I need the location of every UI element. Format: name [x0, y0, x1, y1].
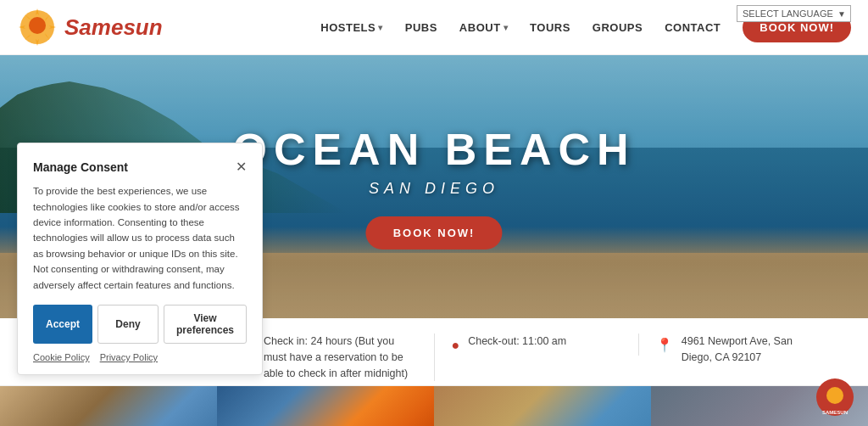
checkout-text: Check-out: 11:00 am — [468, 334, 566, 350]
cookie-deny-button[interactable]: Deny — [97, 305, 159, 344]
nav-pubs[interactable]: PUBS — [397, 16, 446, 39]
svg-text:SAMESUN: SAMESUN — [822, 410, 848, 415]
cookie-close-button[interactable]: ✕ — [236, 159, 247, 175]
nav-groups[interactable]: GROUPS — [584, 16, 651, 39]
cookie-links: Cookie Policy Privacy Policy — [33, 352, 247, 362]
svg-point-3 — [826, 387, 843, 404]
logo[interactable]: Samesun — [17, 7, 163, 48]
chevron-down-icon: ▾ — [378, 23, 383, 32]
hero-subtitle: SAN DIEGO — [232, 180, 635, 198]
checkin-text: Check in: 24 hours (But you must have a … — [264, 334, 417, 381]
cookie-buttons: Accept Deny View preferences — [33, 305, 247, 344]
cookie-title: Manage Consent — [33, 160, 128, 174]
samesun-badge: SAMESUN — [815, 377, 855, 418]
nav-about[interactable]: ABOUT ▾ — [451, 16, 516, 39]
logo-text: Samesun — [64, 14, 163, 41]
language-selector-wrap: SELECT LANGUAGE ▼ — [737, 5, 851, 22]
cookie-header: Manage Consent ✕ — [33, 159, 247, 175]
thumbnail-beach[interactable] — [0, 386, 217, 426]
nav-tours[interactable]: TOURS — [521, 16, 579, 39]
info-address: 📍 4961 Newport Ave, San Diego, CA 92107 — [639, 334, 843, 366]
hero-book-now-button[interactable]: BOOK NOW! — [366, 216, 503, 249]
info-checkout: ● Check-out: 11:00 am — [435, 334, 639, 356]
pin-icon: 📍 — [656, 335, 673, 356]
thumbnail-cliffs[interactable] — [434, 386, 651, 426]
address-text: 4961 Newport Ave, San Diego, CA 92107 — [682, 334, 826, 366]
cookie-body-text: To provide the best experiences, we use … — [33, 183, 247, 293]
cookie-consent-modal: Manage Consent ✕ To provide the best exp… — [17, 143, 263, 375]
privacy-policy-link[interactable]: Privacy Policy — [100, 352, 158, 362]
samesun-logo-icon — [17, 7, 58, 48]
cookie-accept-button[interactable]: Accept — [33, 305, 92, 344]
thumbnails-row — [0, 386, 868, 426]
samesun-badge-icon: SAMESUN — [815, 377, 855, 418]
cookie-policy-link[interactable]: Cookie Policy — [33, 352, 90, 362]
hero-title: OCEAN BEACH — [232, 124, 635, 175]
header: SELECT LANGUAGE ▼ Samesun HOSTELS ▾ PUBS — [0, 0, 868, 55]
hero-content: OCEAN BEACH SAN DIEGO BOOK NOW! — [232, 124, 635, 249]
language-select[interactable]: SELECT LANGUAGE — [737, 5, 851, 22]
thumbnail-sunset[interactable] — [217, 386, 434, 426]
cookie-preferences-button[interactable]: View preferences — [164, 305, 247, 344]
nav-hostels[interactable]: HOSTELS ▾ — [312, 16, 391, 39]
chevron-down-icon: ▾ — [504, 23, 509, 32]
nav-contact[interactable]: CONTACT — [656, 16, 729, 39]
dot-icon: ● — [452, 335, 460, 356]
